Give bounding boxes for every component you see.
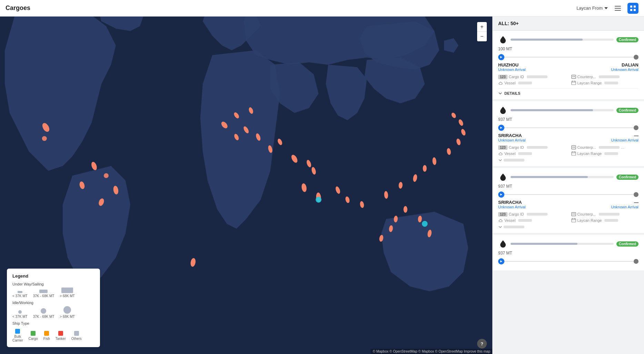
svg-point-47 bbox=[422, 221, 428, 227]
size-medium-underway: 37K - 68K MT bbox=[33, 290, 54, 298]
status-badge: Confirmed bbox=[616, 37, 638, 42]
calendar-icon bbox=[571, 218, 576, 223]
origin-arrival: Unknown Arrival bbox=[498, 138, 525, 142]
calendar-icon bbox=[571, 81, 576, 85]
app-header: Cargoes Laycan From bbox=[0, 0, 644, 17]
cargo-id-row: 123 Cargo ID bbox=[498, 212, 566, 217]
svg-marker-74 bbox=[500, 260, 502, 262]
origin-name: HUIZHOU bbox=[498, 62, 525, 67]
map-zoom-controls: + − bbox=[477, 22, 487, 41]
expand-toggle[interactable] bbox=[498, 225, 638, 229]
dest-dot bbox=[634, 125, 638, 130]
svg-rect-4 bbox=[634, 6, 636, 8]
cargo-weight: 937 MT bbox=[498, 184, 638, 189]
cargo-liquid-icon bbox=[498, 172, 508, 182]
size-large-idle: > 68K MT bbox=[60, 306, 75, 319]
ship-type-list: BulkCarrier Cargo Fish Tanker Others bbox=[12, 329, 94, 342]
origin-dot bbox=[498, 125, 504, 131]
vessel-value bbox=[518, 219, 532, 222]
cargo-id-value bbox=[527, 75, 547, 78]
legend-title: Legend bbox=[12, 273, 94, 279]
cargo-card: Confirmed 937 MT SRIRACHA Unknown Arriva… bbox=[493, 168, 644, 233]
cargo-count-label: ALL: 50+ bbox=[498, 21, 519, 26]
cargo-meta: 123 Cargo ID Counterp... Vessel Laycan R bbox=[498, 74, 638, 85]
svg-rect-51 bbox=[572, 75, 576, 79]
cargo-liquid-icon bbox=[498, 35, 508, 44]
expand-toggle[interactable] bbox=[498, 158, 638, 162]
route-line bbox=[504, 57, 634, 58]
svg-rect-2 bbox=[615, 10, 621, 11]
zoom-out-button[interactable]: − bbox=[477, 32, 487, 41]
origin-info: SRIRACHA Unknown Arrival bbox=[498, 200, 525, 209]
cargo-bar-fill bbox=[511, 176, 588, 178]
chevron-down-icon bbox=[498, 91, 502, 95]
map-container[interactable]: + − Legend Under Way/Sailing < 37K MT 37… bbox=[0, 17, 492, 354]
origin-name: SRIRACHA bbox=[498, 200, 525, 205]
svg-rect-52 bbox=[573, 76, 573, 77]
svg-rect-60 bbox=[573, 147, 573, 148]
svg-marker-66 bbox=[500, 194, 502, 196]
cargo-id-row: 123 Cargo ID bbox=[498, 74, 566, 79]
cargo-ports: SRIRACHA Unknown Arrival — Unknown Arriv… bbox=[498, 200, 638, 209]
origin-arrival: Unknown Arrival bbox=[498, 205, 525, 209]
svg-rect-62 bbox=[572, 152, 576, 155]
cargo-card-header: Confirmed bbox=[498, 35, 638, 44]
dest-dot bbox=[634, 259, 638, 264]
chevron-down-icon bbox=[498, 158, 502, 162]
svg-point-33 bbox=[423, 165, 426, 172]
dest-info: — Unknown Arrival bbox=[611, 200, 638, 209]
cargo-progress-bar bbox=[511, 176, 614, 178]
dest-arrival: Unknown Arrival bbox=[611, 138, 638, 142]
menu-icon[interactable] bbox=[612, 3, 623, 14]
grid-view-icon[interactable] bbox=[627, 3, 638, 14]
underway-sizes: < 37K MT 37K - 68K MT > 68K MT bbox=[12, 288, 94, 298]
counterp-row: Counterp... bbox=[571, 74, 639, 79]
zoom-in-button[interactable]: + bbox=[477, 22, 487, 32]
cargo-meta: 123 Cargo ID Counterp... ... Vessel bbox=[498, 145, 638, 156]
cargo-ports: HUIZHOU Unknown Arrival DALIAN Unknown A… bbox=[498, 62, 638, 72]
dest-arrival: Unknown Arrival bbox=[611, 205, 638, 209]
cargo-route bbox=[498, 125, 638, 131]
vessel-row: Vessel bbox=[498, 218, 566, 223]
cargo-liquid-icon bbox=[498, 105, 508, 115]
calendar-icon bbox=[571, 151, 576, 156]
laycan-row: Laycan Range bbox=[571, 81, 639, 85]
svg-point-46 bbox=[316, 197, 322, 203]
counterp-row: Counterp... ... bbox=[571, 145, 639, 150]
vessel-icon bbox=[498, 218, 503, 223]
svg-rect-69 bbox=[574, 214, 575, 215]
size-medium-idle: 37K - 68K MT bbox=[33, 308, 54, 319]
origin-arrival: Unknown Arrival bbox=[498, 67, 525, 72]
map-legend: Legend Under Way/Sailing < 37K MT 37K - … bbox=[7, 269, 100, 347]
svg-rect-67 bbox=[572, 212, 576, 216]
dest-name: — bbox=[634, 200, 638, 205]
cargo-route bbox=[498, 191, 638, 198]
vessel-value bbox=[518, 82, 532, 84]
laycan-sort-button[interactable]: Laycan From bbox=[576, 6, 608, 11]
help-button[interactable]: ? bbox=[477, 339, 487, 348]
cargo-progress-bar bbox=[511, 39, 614, 41]
laycan-row: Laycan Range bbox=[571, 218, 639, 223]
cargo-card-header: Confirmed bbox=[498, 239, 638, 249]
dest-info: DALIAN Unknown Arrival bbox=[611, 62, 638, 72]
cargo-card: Confirmed 100 MT HUIZHOU Unknown Arrival… bbox=[493, 31, 644, 100]
svg-marker-58 bbox=[500, 127, 502, 129]
sort-label: Laycan From bbox=[576, 6, 603, 11]
svg-rect-6 bbox=[634, 9, 636, 11]
counterp-value bbox=[599, 75, 620, 78]
route-line bbox=[504, 261, 634, 262]
details-toggle[interactable]: DETAILS bbox=[498, 88, 638, 95]
sort-down-icon bbox=[604, 6, 608, 10]
cargo-card-header: Confirmed bbox=[498, 105, 638, 115]
cargo-list-panel: ALL: 50+ Confirmed 100 MT bbox=[492, 17, 644, 354]
under-way-label: Under Way/Sailing bbox=[12, 282, 94, 286]
origin-name: SRIRACHA bbox=[498, 133, 525, 138]
cargo-id-value bbox=[527, 146, 547, 149]
dest-name: DALIAN bbox=[622, 62, 638, 67]
counterp-value bbox=[599, 213, 620, 216]
status-badge: Confirmed bbox=[616, 108, 638, 113]
cargo-meta: 123 Cargo ID Counterp... Vessel Laycan R bbox=[498, 212, 638, 223]
route-line bbox=[504, 194, 634, 195]
origin-info: SRIRACHA Unknown Arrival bbox=[498, 133, 525, 142]
dest-info: — Unknown Arrival bbox=[611, 133, 638, 142]
